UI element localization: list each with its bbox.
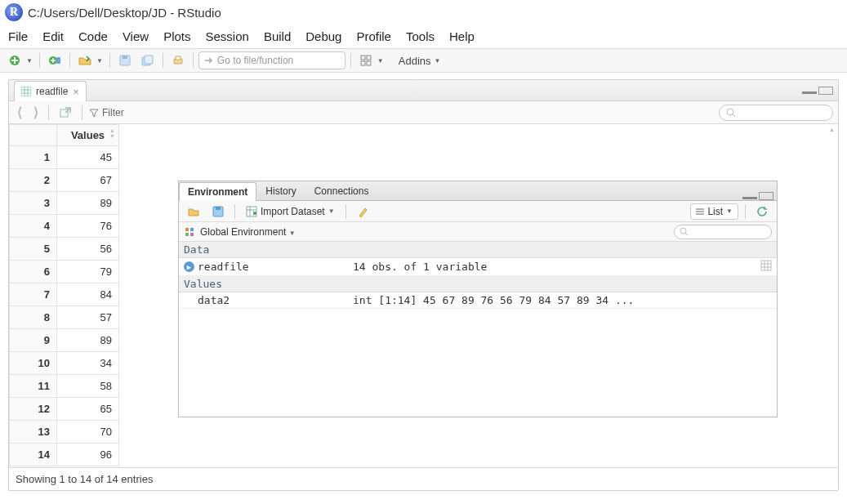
row-index-header[interactable]: ▲: [10, 125, 57, 146]
new-file-button[interactable]: [5, 51, 25, 69]
filter-button[interactable]: Filter: [89, 107, 124, 118]
import-dataset-button[interactable]: Import Dataset ▼: [242, 203, 339, 221]
popout-button[interactable]: [56, 104, 75, 122]
svg-rect-18: [60, 109, 68, 117]
env-tab-row: Environment History Connections: [179, 181, 777, 201]
new-file-dropdown[interactable]: ▼: [26, 57, 33, 65]
table-row[interactable]: 1496: [10, 444, 119, 466]
separator: [345, 204, 346, 219]
menubar: File Edit Code View Plots Session Build …: [0, 25, 847, 48]
svg-rect-13: [21, 87, 31, 96]
table-row[interactable]: 556: [10, 238, 119, 261]
workspace-panes-button[interactable]: [356, 51, 376, 69]
view-mode-button[interactable]: List ▼: [690, 203, 738, 220]
menu-code[interactable]: Code: [78, 29, 108, 43]
import-icon: [246, 206, 257, 217]
menu-debug[interactable]: Debug: [305, 29, 341, 43]
menu-plots[interactable]: Plots: [163, 29, 190, 43]
env-scope-bar: Global Environment ▼: [179, 222, 777, 242]
menu-profile[interactable]: Profile: [356, 29, 391, 43]
row-number: 6: [10, 261, 57, 283]
view-data-icon[interactable]: [760, 260, 772, 274]
svg-rect-8: [176, 56, 181, 60]
tab-history[interactable]: History: [256, 181, 305, 200]
table-row[interactable]: 857: [10, 306, 119, 329]
save-button[interactable]: [115, 51, 135, 69]
table-row[interactable]: 679: [10, 261, 119, 283]
clear-workspace-button[interactable]: [353, 203, 372, 221]
open-file-dropdown[interactable]: ▼: [96, 57, 103, 65]
new-project-button[interactable]: [45, 51, 65, 69]
print-button[interactable]: [168, 51, 188, 69]
minimize-pane-button[interactable]: [802, 87, 817, 94]
data-search-input[interactable]: [719, 105, 833, 121]
row-number: 4: [10, 215, 57, 238]
menu-view[interactable]: View: [123, 29, 149, 43]
env-object-readfile[interactable]: ▶ readfile 14 obs. of 1 variable: [179, 258, 777, 276]
separator: [69, 53, 70, 68]
column-header-values[interactable]: Values▲▼: [57, 125, 119, 146]
scope-icon: [184, 226, 195, 238]
cell-value: 34: [57, 352, 119, 375]
save-all-button[interactable]: [138, 51, 158, 69]
menu-build[interactable]: Build: [264, 29, 291, 43]
data-frame-icon: [21, 87, 31, 96]
env-minimize-button[interactable]: [742, 193, 757, 199]
scope-selector[interactable]: Global Environment ▼: [200, 226, 296, 238]
svg-point-33: [680, 228, 686, 234]
table-row[interactable]: 1034: [10, 352, 119, 375]
svg-rect-32: [190, 233, 194, 236]
env-search-input[interactable]: [674, 225, 772, 239]
table-row[interactable]: 389: [10, 192, 119, 215]
object-name: readfile: [198, 261, 353, 273]
workspace-panes-dropdown[interactable]: ▼: [377, 57, 384, 65]
tab-environment[interactable]: Environment: [179, 182, 256, 201]
table-row[interactable]: 145: [10, 146, 119, 169]
open-file-button[interactable]: [75, 51, 95, 69]
table-row[interactable]: 1370: [10, 421, 119, 444]
menu-edit[interactable]: Edit: [42, 29, 64, 43]
maximize-pane-button[interactable]: [818, 87, 833, 95]
expand-icon[interactable]: ▶: [184, 261, 194, 272]
nav-forward-button[interactable]: ⟩: [30, 105, 42, 120]
menu-session[interactable]: Session: [206, 29, 249, 43]
env-maximize-button[interactable]: [759, 192, 773, 200]
row-number: 9: [10, 329, 57, 352]
table-row[interactable]: 989: [10, 329, 119, 352]
object-name: data2: [198, 294, 353, 306]
table-row[interactable]: 267: [10, 169, 119, 192]
table-row[interactable]: 1158: [10, 375, 119, 398]
rstudio-logo-icon: R: [5, 3, 23, 21]
save-workspace-button[interactable]: [208, 203, 228, 221]
env-section-values: Values: [179, 276, 777, 292]
svg-line-34: [685, 233, 688, 235]
cell-value: 56: [57, 238, 119, 261]
main-toolbar: ▼ ▼ Go to file/function ▼ Addins▼: [0, 48, 847, 73]
goto-file-input[interactable]: Go to file/function: [198, 51, 345, 69]
table-row[interactable]: 784: [10, 283, 119, 306]
tab-readfile[interactable]: readfile ×: [14, 81, 87, 101]
row-number: 5: [10, 238, 57, 261]
cell-value: 76: [57, 215, 119, 238]
menu-help[interactable]: Help: [449, 29, 475, 43]
refresh-button[interactable]: [752, 203, 772, 221]
env-body: Data ▶ readfile 14 obs. of 1 variable Va…: [179, 242, 777, 309]
separator: [163, 53, 163, 68]
menu-file[interactable]: File: [8, 29, 28, 43]
env-object-data2[interactable]: data2 int [1:14] 45 67 89 76 56 79 84 57…: [179, 292, 777, 309]
close-tab-button[interactable]: ×: [73, 86, 79, 98]
table-row[interactable]: 1265: [10, 398, 119, 421]
menu-tools[interactable]: Tools: [406, 29, 435, 43]
environment-pane: Environment History Connections Import D…: [178, 181, 778, 417]
load-workspace-button[interactable]: [184, 203, 203, 221]
source-tab-row: readfile ×: [9, 80, 838, 101]
row-number: 13: [10, 421, 57, 444]
nav-back-button[interactable]: ⟨: [14, 105, 25, 120]
table-row[interactable]: 476: [10, 215, 119, 238]
svg-rect-4: [123, 56, 127, 59]
row-number: 14: [10, 444, 57, 466]
tab-connections[interactable]: Connections: [305, 181, 378, 200]
addins-menu[interactable]: Addins▼: [399, 55, 441, 67]
separator: [193, 53, 194, 68]
separator: [39, 53, 40, 68]
